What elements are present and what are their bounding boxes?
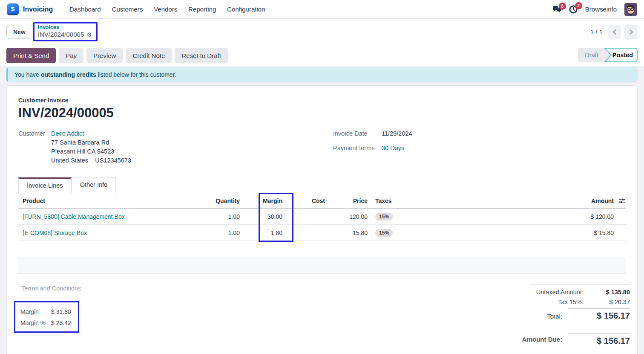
price-cell[interactable]: 120.00 [325, 213, 368, 220]
reset-to-draft-button[interactable]: Reset to Draft [175, 48, 228, 63]
empty-line-row[interactable] [18, 241, 626, 257]
app-name[interactable]: Invoicing [23, 6, 53, 13]
payment-terms-label: Payment terms [333, 144, 382, 153]
column-header-product[interactable]: Product [18, 197, 197, 204]
messages-icon[interactable]: 8 [552, 6, 561, 13]
tab-other-info[interactable]: Other Info [72, 177, 116, 193]
nav-item-vendors[interactable]: Vendors [148, 1, 183, 17]
gear-icon[interactable]: ⚙ [86, 31, 92, 39]
print-send-button[interactable]: Print & Send [6, 48, 56, 63]
activities-badge: 2 [575, 2, 582, 9]
quantity-cell[interactable]: 1.00 [197, 213, 240, 220]
margin-cell[interactable]: 30.00 [240, 213, 282, 220]
customer-address-line-1: 77 Santa Barbara Rd [51, 138, 333, 147]
status-draft[interactable]: Draft [585, 52, 598, 58]
tax-value: $ 20.37 [589, 299, 630, 305]
invoice-lines-table: Product Quantity Margin Cost Price Taxes… [18, 193, 626, 274]
untaxed-amount-label: Untaxed Amount: [536, 289, 584, 296]
pay-button[interactable]: Pay [59, 48, 83, 63]
alert-text-prefix: You have [14, 71, 39, 78]
payment-terms-value[interactable]: 30 Days [382, 145, 404, 151]
statusbar: Print & Send Pay Preview Credit Note Res… [0, 45, 644, 66]
top-navbar: $ Invoicing Dashboard Customers Vendors … [0, 0, 644, 19]
tab-invoice-lines[interactable]: Invoice Lines [18, 177, 72, 193]
price-cell[interactable]: 15.80 [325, 229, 368, 236]
customer-address-line-3: United States – US12345673 [51, 156, 333, 165]
margin-total-value: $ 31.80 [51, 308, 71, 315]
table-row[interactable]: [E-COM08] Storage Box 1.00 1.80 15.80 15… [18, 225, 626, 241]
breadcrumb-invoices-link[interactable]: Invoices [38, 24, 92, 31]
table-footer-band [18, 257, 626, 274]
amount-cell: $ 15.80 [461, 229, 614, 236]
nav-item-dashboard[interactable]: Dashboard [64, 1, 106, 17]
breadcrumb: Invoices INV/2024/00005 ⚙ [33, 22, 98, 41]
credit-note-button[interactable]: Credit Note [126, 48, 172, 63]
margin-total-label: Margin [20, 308, 51, 315]
chevron-left-icon [612, 29, 617, 35]
column-header-taxes[interactable]: Taxes [368, 197, 461, 204]
column-header-cost[interactable]: Cost [282, 197, 325, 204]
invoice-number-title: INV/2024/00005 [18, 105, 626, 121]
margin-summary-box: Margin $ 31.80 Margin % $ 23.42 [14, 301, 79, 333]
product-link[interactable]: [FURN_5800] Cable Management Box [23, 213, 125, 220]
column-header-price[interactable]: Price [325, 197, 368, 204]
customer-link[interactable]: Deco Addict [51, 130, 84, 137]
total-label: Total: [547, 313, 562, 320]
pager-count: 1 / 1 [590, 28, 603, 35]
product-link[interactable]: [E-COM08] Storage Box [23, 229, 87, 236]
invoicing-app-icon[interactable]: $ [7, 3, 19, 15]
table-header-row: Product Quantity Margin Cost Price Taxes… [18, 193, 626, 209]
optional-columns-toggle[interactable] [614, 198, 626, 204]
invoice-date-value[interactable]: 11/29/2024 [382, 129, 412, 138]
status-widget[interactable]: Draft Posted [578, 48, 638, 64]
nav-item-customers[interactable]: Customers [106, 1, 149, 17]
status-posted[interactable]: Posted [612, 52, 633, 58]
amount-due-label: Amount Due: [522, 336, 562, 343]
column-header-amount[interactable]: Amount [461, 197, 614, 204]
margin-cell[interactable]: 1.80 [240, 229, 282, 236]
untaxed-amount-value: $ 135.80 [589, 289, 630, 296]
customer-address-line-2: Pleasant Hill CA 94523 [51, 147, 333, 156]
table-row[interactable]: [FURN_5800] Cable Management Box 1.00 30… [18, 209, 626, 225]
messages-badge: 8 [559, 3, 566, 10]
tax-badge[interactable]: 15% [375, 229, 393, 237]
tax-badge[interactable]: 15% [375, 213, 393, 221]
column-header-margin[interactable]: Margin [240, 197, 282, 204]
preview-button[interactable]: Preview [86, 48, 123, 63]
notebook-tabs: Invoice Lines Other Info [18, 177, 626, 193]
totals-block: Untaxed Amount: $ 135.80 Tax 15%: $ 20.3… [531, 284, 630, 324]
user-name[interactable]: Browseinfo [585, 6, 617, 13]
pager-next-button[interactable] [624, 25, 638, 39]
outstanding-credits-alert: You have outstanding credits listed belo… [6, 67, 638, 82]
amount-due-block: Amount Due: $ 156.17 [522, 333, 630, 346]
tax-label: Tax 15%: [558, 299, 584, 305]
customer-label: Customer [18, 129, 51, 138]
column-header-quantity[interactable]: Quantity [197, 197, 240, 204]
margin-percent-value: $ 23.42 [51, 319, 71, 326]
amount-cell: $ 120.00 [461, 213, 614, 220]
avatar[interactable] [624, 3, 637, 16]
amount-due-value: $ 156.17 [568, 333, 630, 346]
total-value: $ 156.17 [568, 308, 630, 321]
sliders-icon [618, 198, 626, 204]
avatar-image [624, 3, 637, 16]
quantity-cell[interactable]: 1.00 [197, 229, 240, 236]
alert-text-bold: outstanding credits [41, 71, 96, 78]
nav-item-configuration[interactable]: Configuration [221, 1, 270, 17]
new-button[interactable]: New [6, 25, 32, 39]
content-area: You have outstanding credits listed belo… [0, 66, 644, 354]
margin-percent-label: Margin % [20, 319, 51, 326]
activities-icon[interactable]: 2 [569, 5, 578, 14]
invoice-date-label: Invoice Date [333, 129, 382, 138]
breadcrumb-current: INV/2024/00005 [38, 31, 84, 39]
pager-previous-button[interactable] [608, 25, 621, 39]
control-panel: New Invoices INV/2024/00005 ⚙ 1 / 1 [0, 19, 644, 45]
invoice-form-sheet: Customer Invoice INV/2024/00005 Customer… [6, 85, 638, 354]
chevron-right-icon [629, 29, 633, 35]
document-type-label: Customer Invoice [18, 97, 626, 104]
nav-item-reporting[interactable]: Reporting [183, 1, 221, 17]
alert-text-suffix: listed below for this customer. [98, 71, 176, 78]
